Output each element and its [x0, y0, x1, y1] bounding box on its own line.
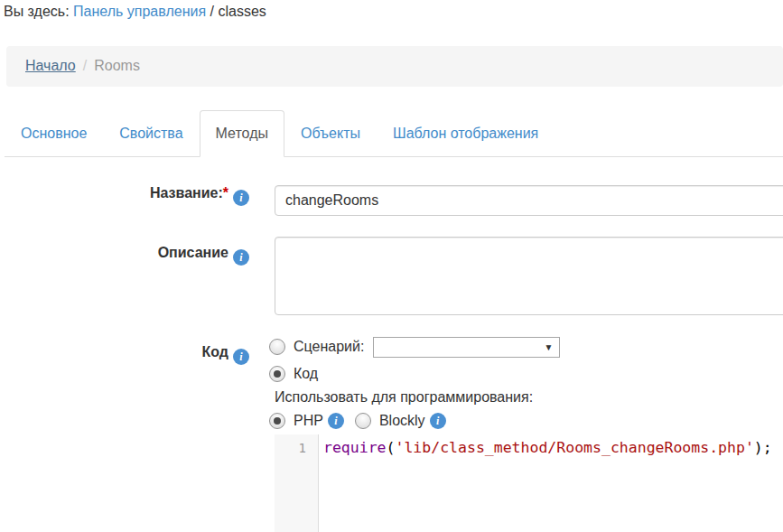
code-line[interactable]: require('lib/class_method/Rooms_changeRo…: [319, 434, 772, 532]
editor-gutter: 1: [275, 434, 319, 532]
method-name-input[interactable]: [275, 185, 783, 216]
blockly-radio-label: Blockly: [379, 413, 425, 429]
code-token-paren: (: [387, 439, 396, 456]
scenario-radio-label: Сценарий:: [294, 339, 364, 355]
info-icon[interactable]: i: [233, 349, 249, 365]
code-radio[interactable]: [269, 366, 285, 382]
description-label-text: Описание: [158, 245, 228, 260]
tab-main[interactable]: Основное: [5, 110, 103, 157]
line-number: 1: [275, 440, 306, 457]
programming-hint: Использовать для программирования:: [275, 388, 560, 406]
php-radio[interactable]: [269, 413, 285, 429]
info-icon[interactable]: i: [328, 413, 344, 429]
code-token-string: 'lib/class_method/Rooms_changeRooms.php': [395, 439, 753, 456]
name-field-label: Название:*i: [0, 184, 249, 206]
breadcrumb-separator: /: [210, 4, 214, 19]
scenario-select[interactable]: ▼: [373, 337, 560, 358]
code-options: Сценарий: ▼ Код Использовать для програм…: [269, 334, 560, 429]
info-icon[interactable]: i: [233, 249, 249, 266]
code-label-text: Код: [202, 344, 228, 359]
scenario-select-value: [374, 347, 385, 350]
tab-bar: Основное Свойства Методы Объекты Шаблон …: [5, 109, 783, 157]
tab-objects[interactable]: Объекты: [284, 110, 377, 157]
info-icon[interactable]: i: [430, 413, 446, 429]
breadcrumb-home-link[interactable]: Начало: [25, 58, 76, 73]
breadcrumb-link-control-panel[interactable]: Панель управления: [73, 4, 206, 19]
breadcrumb-prefix: Вы здесь:: [4, 4, 70, 19]
info-icon[interactable]: i: [233, 190, 249, 206]
tab-methods[interactable]: Методы: [200, 110, 284, 157]
breadcrumb: Вы здесь: Панель управления / classes: [4, 3, 266, 21]
php-radio-label: PHP: [294, 413, 323, 429]
tab-properties[interactable]: Свойства: [103, 110, 199, 157]
name-label-text: Название:: [150, 185, 223, 201]
page: { "colors": { "link_blue": "#428bca", "a…: [0, 0, 783, 532]
blockly-radio[interactable]: [355, 413, 371, 429]
required-mark: *: [223, 185, 228, 201]
description-textarea[interactable]: [275, 237, 783, 315]
code-token-keyword: require: [323, 439, 387, 456]
description-field-label: Описаниеi: [0, 244, 249, 266]
breadcrumb-bar: Начало/Rooms: [6, 46, 783, 87]
breadcrumb-bar-separator: /: [83, 58, 87, 73]
code-field-label: Кодi: [0, 343, 249, 365]
code-radio-label: Код: [294, 366, 318, 382]
scenario-radio[interactable]: [269, 339, 285, 355]
code-token-close: );: [754, 439, 772, 456]
code-editor[interactable]: 1 require('lib/class_method/Rooms_change…: [275, 434, 783, 532]
tab-display-template[interactable]: Шаблон отображения: [377, 110, 555, 157]
breadcrumb-bar-current: Rooms: [94, 58, 140, 73]
breadcrumb-current: classes: [218, 4, 266, 19]
dropdown-arrow-icon: ▼: [544, 341, 553, 354]
